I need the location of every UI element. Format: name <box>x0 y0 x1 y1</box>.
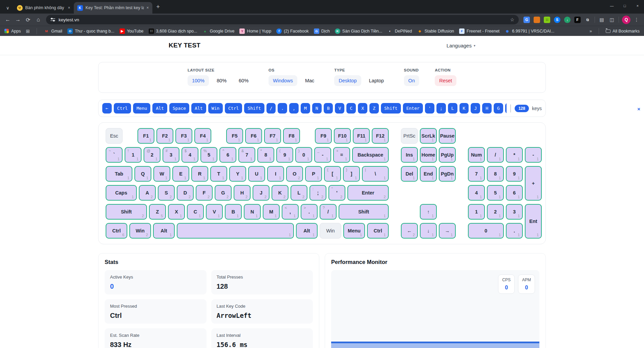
key-pgup[interactable]: PgUp1 <box>439 147 456 163</box>
key-d[interactable]: D2 <box>177 185 194 201</box>
key-v[interactable]: V1 <box>206 204 223 220</box>
key-arrow-left[interactable]: ←2 <box>401 223 418 239</box>
maximize-icon[interactable]: □ <box>618 4 631 8</box>
minimize-icon[interactable]: — <box>605 4 618 8</box>
bookmark-item[interactable]: GDịch <box>314 28 330 34</box>
tab-keytest-active[interactable]: K Key Test: Phần mềm test key lap × <box>74 2 152 14</box>
key-esc[interactable]: Esc <box>106 128 123 144</box>
key-arrow-up[interactable]: ↑1 <box>420 204 437 220</box>
key-menu[interactable]: Menu1 <box>343 223 365 239</box>
translate-icon[interactable]: G <box>523 17 530 23</box>
key-bracket-left[interactable]: [{1 <box>324 166 341 182</box>
key-j[interactable]: J2 <box>253 185 270 201</box>
key-8[interactable]: 8*1 <box>257 147 274 163</box>
key-numpad-minus[interactable]: -1 <box>525 147 542 163</box>
tab-search-chevron-icon[interactable]: ∨ <box>6 5 9 11</box>
languages-dropdown[interactable]: Languages ▾ <box>447 43 475 48</box>
bookmark-item[interactable]: ◉6.99791 | VRSC/DAI... <box>505 28 554 34</box>
shazam-icon[interactable]: S <box>554 17 560 23</box>
key-f5[interactable]: F51 <box>226 128 243 144</box>
key-bracket-right[interactable]: ]}1 <box>343 166 360 182</box>
close-window-icon[interactable]: × <box>631 4 644 8</box>
bookmark-item[interactable]: ◐DePINed <box>387 28 412 34</box>
key-o[interactable]: O2 <box>286 166 303 182</box>
key-ctrl-left[interactable]: Ctrl6 <box>106 223 127 239</box>
key-numpad-enter[interactable]: Ent1 <box>525 204 542 239</box>
key-m[interactable]: M1 <box>263 204 280 220</box>
key-alt-right[interactable]: Alt1 <box>296 223 318 239</box>
key-r[interactable]: R1 <box>191 166 208 182</box>
option-on-button[interactable]: On <box>404 75 419 86</box>
key-z[interactable]: Z5 <box>149 204 166 220</box>
key-numpad-star[interactable]: *1 <box>506 147 523 163</box>
key-c[interactable]: C1 <box>187 204 204 220</box>
key-alt-left[interactable]: Alt1 <box>153 223 175 239</box>
key-b[interactable]: B1 <box>225 204 242 220</box>
key-prtsc[interactable]: PrtSc <box>401 128 418 144</box>
key-shift-left[interactable]: Shift2 <box>106 204 147 220</box>
key-f11[interactable]: F111 <box>353 128 370 144</box>
key-ins[interactable]: Ins1 <box>401 147 418 163</box>
key-shift-right[interactable]: Shift1 <box>339 204 389 220</box>
key-comma[interactable]: ,<1 <box>282 204 299 220</box>
key-scrlk[interactable]: ScrLk1 <box>420 128 437 144</box>
key-end[interactable]: End1 <box>420 166 437 182</box>
key-numpad-3[interactable]: 31 <box>506 204 523 220</box>
key-equals[interactable]: =+1 <box>333 147 350 163</box>
reading-list-icon[interactable]: ◫ <box>607 15 617 25</box>
key-f8[interactable]: F81 <box>283 128 300 144</box>
key-e[interactable]: E1 <box>172 166 189 182</box>
option-laptop-button[interactable]: Laptop <box>365 75 388 86</box>
key-backtick[interactable]: `~1 <box>106 147 123 163</box>
bookmark-item[interactable]: ▶YouTube <box>120 28 144 34</box>
key-numpad-9[interactable]: 91 <box>506 166 523 182</box>
option-reset-button[interactable]: Reset <box>435 75 456 86</box>
menu-kebab-icon[interactable]: ⋮ <box>634 17 639 22</box>
key-f2[interactable]: F21 <box>156 128 173 144</box>
key-i[interactable]: I1 <box>267 166 284 182</box>
key-semicolon[interactable]: ;:2 <box>309 185 326 201</box>
key-f7[interactable]: F71 <box>264 128 281 144</box>
key-slash[interactable]: /?1 <box>320 204 337 220</box>
option-desktop-button[interactable]: Desktop <box>334 75 361 86</box>
key-f12[interactable]: F121 <box>372 128 389 144</box>
key-l[interactable]: L2 <box>291 185 307 201</box>
key-f[interactable]: F2 <box>196 185 213 201</box>
key-3[interactable]: 3#1 <box>163 147 179 163</box>
key-backslash[interactable]: \|1 <box>362 166 389 182</box>
option-windows-button[interactable]: Windows <box>269 75 297 86</box>
key-p[interactable]: P1 <box>305 166 322 182</box>
floating-close-icon[interactable]: × <box>637 106 640 112</box>
key-f10[interactable]: F101 <box>334 128 351 144</box>
key-1[interactable]: 1!1 <box>125 147 142 163</box>
key-del[interactable]: Del1 <box>401 166 418 182</box>
bookmark-item[interactable]: ▲Google Drive <box>202 28 234 34</box>
option-100-button[interactable]: 100% <box>188 75 209 86</box>
key-q[interactable]: Q1 <box>134 166 151 182</box>
dice-extension-icon[interactable]: ∷ <box>544 17 550 23</box>
key-numpad-dot[interactable]: .1 <box>506 223 523 239</box>
key-ctrl-right[interactable]: Ctrl1 <box>367 223 389 239</box>
key-2[interactable]: 2@1 <box>144 147 160 163</box>
key-numpad-0[interactable]: 01 <box>468 223 504 239</box>
key-home[interactable]: Home1 <box>420 147 437 163</box>
close-tab-icon[interactable]: × <box>147 5 149 10</box>
bookmark-item[interactable]: ∷3,608 Giao dịch spo... <box>149 28 197 34</box>
key-y[interactable]: Y1 <box>229 166 246 182</box>
side-panel-icon[interactable]: ▤ <box>597 15 607 25</box>
profile-avatar[interactable]: Q <box>622 16 630 24</box>
key-numpad-plus[interactable]: +1 <box>525 166 542 201</box>
key-pause[interactable]: Pause1 <box>439 128 456 144</box>
idm-icon[interactable]: ↓ <box>564 17 571 23</box>
bookmark-item[interactable]: MGmail <box>44 28 62 34</box>
key-a[interactable]: A2 <box>139 185 156 201</box>
grid-icon[interactable]: ⊞ <box>26 28 30 34</box>
key-arrow-right[interactable]: →1 <box>439 223 456 239</box>
key-t[interactable]: T1 <box>210 166 227 182</box>
key-numpad-2[interactable]: 21 <box>487 204 504 220</box>
key-k[interactable]: K2 <box>272 185 288 201</box>
key-s[interactable]: S2 <box>158 185 175 201</box>
key-h[interactable]: H2 <box>234 185 251 201</box>
close-tab-icon[interactable]: × <box>68 5 70 10</box>
bookmark-item[interactable]: FFreenet - Freenet <box>459 28 499 34</box>
